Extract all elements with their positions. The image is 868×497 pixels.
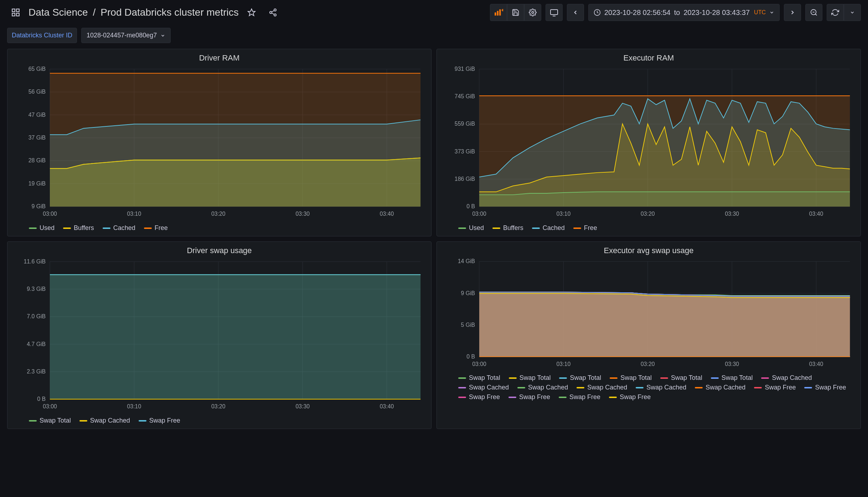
legend-swatch bbox=[492, 227, 500, 229]
legend-label: Cached bbox=[113, 224, 135, 232]
legend-item[interactable]: Swap Free bbox=[609, 393, 651, 401]
legend-label: Swap Cached bbox=[469, 384, 509, 391]
legend-label: Swap Free bbox=[765, 384, 796, 391]
legend-label: Swap Free bbox=[469, 393, 500, 401]
svg-line-9 bbox=[272, 13, 274, 15]
time-range-picker[interactable]: 2023-10-28 02:56:54 to 2023-10-28 03:43:… bbox=[588, 4, 780, 21]
legend-item[interactable]: Swap Cached bbox=[79, 417, 130, 424]
refresh-interval-button[interactable] bbox=[844, 4, 861, 21]
legend-item[interactable]: Swap Total bbox=[610, 374, 652, 382]
svg-text:559 GiB: 559 GiB bbox=[455, 121, 475, 127]
breadcrumb[interactable]: Data Science / Prod Databricks cluster m… bbox=[29, 7, 239, 18]
plot[interactable]: 0 B2.3 GiB4.7 GiB7.0 GiB9.3 GiB11.6 GiB0… bbox=[11, 257, 428, 414]
legend-swatch bbox=[458, 227, 466, 229]
time-forward-button[interactable] bbox=[784, 4, 801, 21]
svg-text:03:00: 03:00 bbox=[472, 361, 486, 367]
legend-item[interactable]: Swap Total bbox=[509, 374, 551, 382]
plot[interactable]: 9 GiB19 GiB28 GiB37 GiB47 GiB56 GiB65 Gi… bbox=[11, 65, 428, 221]
time-back-button[interactable] bbox=[567, 4, 584, 21]
legend-item[interactable]: Swap Total bbox=[559, 374, 601, 382]
refresh-button[interactable] bbox=[827, 4, 844, 21]
zoom-out-button[interactable] bbox=[805, 4, 822, 21]
panel-driver-ram[interactable]: Driver RAM 9 GiB19 GiB28 GiB37 GiB47 GiB… bbox=[7, 49, 432, 236]
dashboard-grid-icon[interactable] bbox=[7, 4, 24, 21]
legend-label: Cached bbox=[543, 224, 565, 232]
breadcrumb-folder[interactable]: Data Science bbox=[29, 7, 88, 18]
legend-item[interactable]: Swap Free bbox=[559, 393, 600, 401]
svg-text:03:00: 03:00 bbox=[43, 403, 57, 409]
star-icon[interactable] bbox=[243, 4, 260, 21]
panel-executor-swap[interactable]: Executor avg swap usage 0 B5 GiB9 GiB14 … bbox=[436, 241, 861, 429]
panel-grid: Driver RAM 9 GiB19 GiB28 GiB37 GiB47 GiB… bbox=[0, 49, 868, 436]
svg-text:7.0 GiB: 7.0 GiB bbox=[27, 313, 46, 319]
legend-swatch bbox=[636, 387, 644, 388]
settings-button[interactable] bbox=[524, 4, 541, 21]
legend-item[interactable]: Swap Free bbox=[139, 417, 180, 424]
panel-executor-ram[interactable]: Executor RAM 0 B186 GiB373 GiB559 GiB745… bbox=[436, 49, 861, 236]
legend-label: Used bbox=[40, 224, 55, 232]
svg-text:03:30: 03:30 bbox=[295, 403, 310, 409]
svg-text:9.3 GiB: 9.3 GiB bbox=[27, 286, 46, 292]
legend-item[interactable]: Cached bbox=[103, 224, 135, 232]
svg-text:47 GiB: 47 GiB bbox=[29, 112, 46, 118]
save-button[interactable] bbox=[507, 4, 524, 21]
legend-swatch bbox=[509, 377, 517, 379]
svg-line-20 bbox=[815, 14, 817, 15]
legend-item[interactable]: Swap Cached bbox=[636, 384, 686, 391]
legend-item[interactable]: Swap Cached bbox=[761, 374, 812, 382]
legend-swatch bbox=[559, 397, 567, 398]
svg-text:2.3 GiB: 2.3 GiB bbox=[27, 368, 46, 375]
svg-text:4.7 GiB: 4.7 GiB bbox=[27, 341, 46, 347]
legend-label: Buffers bbox=[503, 224, 523, 232]
legend-item[interactable]: Swap Total bbox=[29, 417, 71, 424]
variable-label: Databricks Cluster ID bbox=[7, 28, 77, 43]
share-icon[interactable] bbox=[264, 4, 281, 21]
tv-mode-button[interactable] bbox=[546, 4, 563, 21]
plot[interactable]: 0 B186 GiB373 GiB559 GiB745 GiB931 GiB03… bbox=[440, 65, 857, 221]
svg-text:37 GiB: 37 GiB bbox=[29, 135, 46, 141]
svg-point-5 bbox=[274, 9, 276, 11]
legend-item[interactable]: Free bbox=[144, 224, 168, 232]
svg-text:03:20: 03:20 bbox=[641, 211, 655, 217]
legend-swatch bbox=[103, 227, 110, 229]
legend-item[interactable]: Cached bbox=[532, 224, 565, 232]
legend-label: Swap Cached bbox=[706, 384, 745, 391]
breadcrumb-sep: / bbox=[93, 7, 96, 18]
legend-label: Buffers bbox=[74, 224, 94, 232]
legend-item[interactable]: Used bbox=[458, 224, 484, 232]
legend-item[interactable]: Swap Total bbox=[458, 374, 500, 382]
legend-item[interactable]: Swap Free bbox=[754, 384, 796, 391]
legend-item[interactable]: Used bbox=[29, 224, 55, 232]
legend-item[interactable]: Buffers bbox=[492, 224, 523, 232]
page-title[interactable]: Prod Databricks cluster metrics bbox=[100, 7, 238, 18]
legend-item[interactable]: Swap Free bbox=[804, 384, 846, 391]
panel-driver-swap[interactable]: Driver swap usage 0 B2.3 GiB4.7 GiB7.0 G… bbox=[7, 241, 432, 429]
plot[interactable]: 0 B5 GiB9 GiB14 GiB03:0003:1003:2003:300… bbox=[440, 257, 857, 371]
legend-item[interactable]: Swap Cached bbox=[695, 384, 745, 391]
svg-text:03:20: 03:20 bbox=[211, 211, 226, 217]
time-to: 2023-10-28 03:43:37 bbox=[683, 9, 750, 17]
svg-text:14 GiB: 14 GiB bbox=[458, 258, 475, 264]
legend-swatch bbox=[508, 397, 516, 398]
legend-item[interactable]: Swap Cached bbox=[577, 384, 627, 391]
legend-label: Free bbox=[155, 224, 168, 232]
variable-select[interactable]: 1028-024457-me080eg7 bbox=[81, 28, 171, 43]
time-to-sep: to bbox=[674, 9, 680, 17]
svg-text:0 B: 0 B bbox=[466, 354, 475, 360]
legend-label: Free bbox=[584, 224, 597, 232]
svg-rect-12 bbox=[499, 9, 501, 15]
legend-item[interactable]: Swap Total bbox=[711, 374, 753, 382]
legend-item[interactable]: Buffers bbox=[63, 224, 94, 232]
legend-swatch bbox=[139, 420, 146, 422]
svg-text:03:40: 03:40 bbox=[809, 211, 823, 217]
svg-text:9 GiB: 9 GiB bbox=[31, 203, 46, 209]
legend-item[interactable]: Swap Free bbox=[458, 393, 500, 401]
legend-item[interactable]: Swap Cached bbox=[517, 384, 568, 391]
add-panel-button[interactable] bbox=[490, 4, 507, 21]
legend-swatch bbox=[458, 397, 466, 398]
legend-item[interactable]: Swap Cached bbox=[458, 384, 509, 391]
legend-item[interactable]: Swap Total bbox=[660, 374, 702, 382]
legend-item[interactable]: Swap Free bbox=[508, 393, 550, 401]
svg-point-6 bbox=[270, 11, 272, 14]
legend-item[interactable]: Free bbox=[573, 224, 597, 232]
